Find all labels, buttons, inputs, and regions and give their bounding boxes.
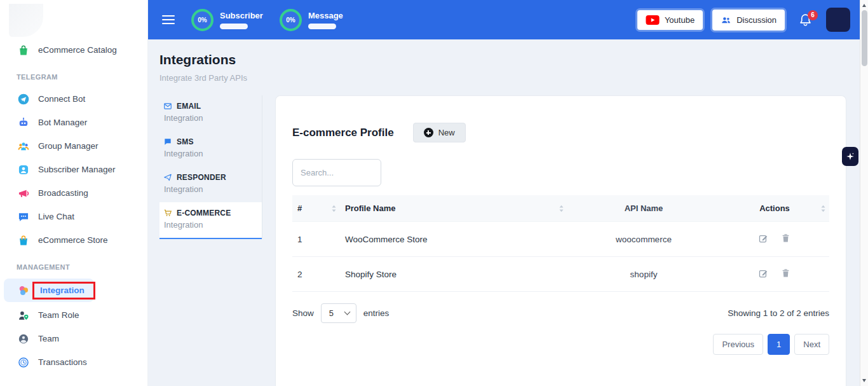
subnav-ecommerce-integration[interactable]: E-COMMERCE Integration [159, 202, 262, 239]
subnav-label: RESPONDER [177, 173, 226, 182]
app-root: eCommerce Catalog TELEGRAM Connect Bot B… [0, 0, 868, 386]
entries-label: entries [363, 308, 390, 318]
subnav-label: SMS [177, 137, 194, 146]
sidebar-item-label: Broadcasting [38, 188, 88, 198]
card-title: E-commerce Profile [292, 127, 394, 139]
responder-plane-icon [163, 173, 172, 182]
page-subtitle: Integrate 3rd Party APIs [159, 73, 860, 83]
main-content: Integrations Integrate 3rd Party APIs EM… [148, 39, 860, 386]
notifications-button[interactable]: 6 [798, 13, 813, 27]
subnav-sms-integration[interactable]: SMS Integration [159, 131, 262, 167]
message-stat-label: Message [308, 11, 343, 20]
page-title: Integrations [159, 52, 860, 67]
subnav-email-integration[interactable]: EMAIL Integration [159, 95, 262, 131]
users-group-icon [17, 139, 30, 153]
sidebar-section-telegram: TELEGRAM [0, 62, 147, 87]
youtube-button-label: Youtube [665, 15, 695, 25]
logo-placeholder [9, 4, 43, 37]
discussion-button[interactable]: Discussion [712, 10, 785, 31]
sidebar-item-label: Connect Bot [38, 94, 85, 104]
youtube-icon [646, 15, 660, 25]
sidebar-item-label: Team [38, 334, 59, 343]
sort-icon [820, 205, 826, 212]
column-header-num[interactable]: # [292, 195, 340, 222]
delete-button[interactable] [780, 233, 791, 244]
youtube-button[interactable]: Youtube [637, 10, 703, 30]
table-header-row: # Profile Name API Name Acti [292, 195, 829, 222]
search-input[interactable] [292, 159, 381, 186]
sidebar-item-label: Transactions [38, 357, 87, 367]
sidebar-item-label-annotated: Integration [32, 282, 95, 300]
subnav-sublabel: Integration [164, 149, 255, 158]
ecommerce-profile-card: E-commerce Profile New # [275, 95, 846, 386]
cart-icon [163, 209, 172, 217]
sort-icon [331, 205, 337, 212]
subnav-responder-integration[interactable]: RESPONDER Integration [159, 167, 262, 202]
user-avatar[interactable] [826, 8, 850, 32]
column-header-profile-name[interactable]: Profile Name [340, 195, 567, 222]
per-page-select[interactable]: 5 [321, 303, 356, 323]
sidebar-item-label: Subscriber Manager [38, 165, 116, 174]
sidebar-item-group-manager[interactable]: Group Manager [0, 134, 147, 158]
column-header-api-name[interactable]: API Name [567, 195, 720, 222]
sort-icon [559, 205, 564, 212]
api-name-cell: shopify [567, 257, 720, 292]
new-profile-button[interactable]: New [413, 123, 466, 142]
scrollbar-thumb[interactable] [862, 10, 867, 66]
edit-button[interactable] [758, 268, 769, 279]
email-icon [163, 102, 172, 111]
subscriber-icon [17, 163, 30, 176]
sidebar-item-team[interactable]: Team [0, 327, 147, 350]
plus-icon [424, 128, 433, 137]
integration-icon [17, 284, 30, 297]
assistant-fab[interactable] [842, 147, 858, 166]
next-page-button[interactable]: Next [794, 334, 829, 355]
sidebar-item-integration[interactable]: Integration [4, 279, 94, 302]
paper-plane-icon [17, 92, 30, 106]
subnav-sublabel: Integration [164, 184, 255, 194]
sidebar-item-bot-manager[interactable]: Bot Manager [0, 111, 147, 134]
scroll-down-arrow[interactable] [860, 376, 868, 385]
subscriber-progress-bar [220, 24, 248, 29]
previous-page-button[interactable]: Previous [713, 334, 763, 355]
sidebar-item-ecommerce-catalog[interactable]: eCommerce Catalog [0, 38, 147, 62]
sms-icon [163, 137, 172, 146]
delete-button[interactable] [780, 268, 791, 279]
subscriber-progress-ring: 0% [191, 9, 214, 31]
showing-entries-text: Showing 1 to 2 of 2 entries [728, 308, 829, 318]
discussion-icon [721, 15, 731, 25]
sidebar-section-management: MANAGEMENT [0, 252, 147, 277]
notification-badge: 6 [808, 10, 818, 20]
integration-subnav: EMAIL Integration SMS Integration [159, 95, 262, 239]
megaphone-icon [17, 186, 30, 200]
person-pin-icon [17, 308, 30, 322]
sidebar-item-live-chat[interactable]: Live Chat [0, 205, 147, 228]
subscriber-stat: 0% Subscriber [191, 9, 263, 31]
sidebar: eCommerce Catalog TELEGRAM Connect Bot B… [0, 0, 148, 386]
edit-button[interactable] [758, 233, 769, 244]
sidebar-item-ecommerce-store[interactable]: eCommerce Store [0, 228, 147, 252]
menu-toggle-icon[interactable] [162, 15, 175, 24]
sidebar-item-subscriber-manager[interactable]: Subscriber Manager [0, 158, 147, 181]
table-row: 1 WooCommerce Store woocommerce [292, 222, 829, 257]
sidebar-item-connect-bot[interactable]: Connect Bot [0, 87, 147, 111]
sidebar-item-team-role[interactable]: Team Role [0, 303, 147, 327]
vertical-scrollbar[interactable] [860, 0, 868, 386]
page-1-button[interactable]: 1 [768, 334, 790, 355]
column-header-actions[interactable]: Actions [720, 195, 829, 222]
app-logo[interactable] [0, 0, 147, 38]
sparkle-icon [846, 152, 855, 161]
pagination: Previous 1 Next [292, 334, 829, 355]
message-progress-ring: 0% [280, 9, 302, 31]
discussion-button-label: Discussion [736, 15, 776, 25]
message-progress-bar [308, 24, 336, 29]
sidebar-item-broadcasting[interactable]: Broadcasting [0, 181, 147, 205]
scroll-up-arrow[interactable] [860, 1, 868, 10]
row-number: 2 [292, 257, 340, 292]
row-number: 1 [292, 222, 340, 257]
table-row: 2 Shopify Store shopify [292, 257, 829, 292]
sidebar-item-transactions[interactable]: Transactions [0, 350, 147, 374]
subnav-sublabel: Integration [164, 113, 255, 123]
sidebar-item-label: eCommerce Catalog [38, 45, 117, 55]
profiles-table: # Profile Name API Name Acti [292, 195, 829, 292]
